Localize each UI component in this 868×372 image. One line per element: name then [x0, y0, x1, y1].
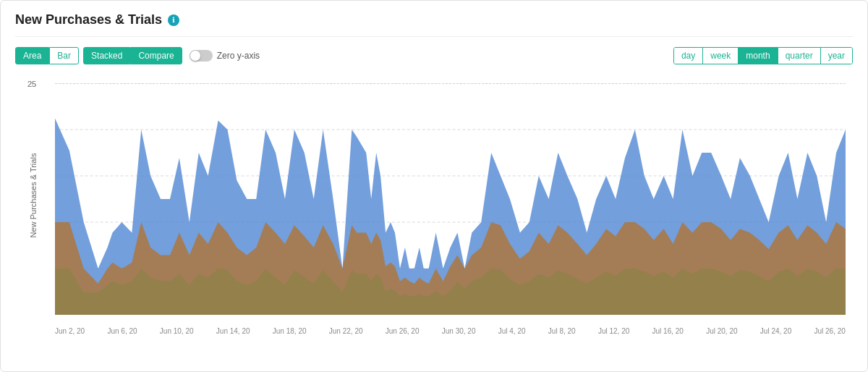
x-label-14: Jul 24, 20 [760, 327, 791, 335]
x-label-9: Jul 4, 20 [498, 327, 526, 335]
x-label-15: Jul 26, 20 [814, 327, 845, 335]
zero-yaxis-toggle[interactable] [190, 50, 213, 62]
chart-inner: 25 25 25 20 15 10 5 0 [55, 83, 846, 315]
chart-type-group: Area Bar [15, 47, 79, 64]
toggle-knob [190, 51, 200, 61]
month-button[interactable]: month [739, 48, 778, 64]
chart-svg: 25 20 15 10 5 0 [55, 83, 846, 315]
area-button[interactable]: Area [15, 47, 49, 64]
y-axis-label: New Purchases & Trials [29, 153, 38, 238]
x-label-6: Jun 22, 20 [329, 327, 363, 335]
y-axis-label-container: New Purchases & Trials [15, 76, 51, 315]
week-button[interactable]: week [703, 48, 739, 64]
quarter-button[interactable]: quarter [778, 48, 821, 64]
info-icon[interactable]: ℹ [168, 14, 179, 26]
stacking-group: Stacked Compare [83, 47, 182, 64]
x-label-13: Jul 20, 20 [706, 327, 737, 335]
x-label-8: Jun 30, 20 [442, 327, 476, 335]
card-header: New Purchases & Trials ℹ [15, 12, 853, 37]
zero-yaxis-label: Zero y-axis [217, 51, 260, 61]
card: New Purchases & Trials ℹ Area Bar Stacke… [0, 0, 868, 372]
x-label-10: Jul 8, 20 [548, 327, 576, 335]
compare-button[interactable]: Compare [130, 47, 182, 64]
day-button[interactable]: day [674, 48, 703, 64]
zero-yaxis-toggle-label[interactable]: Zero y-axis [190, 50, 260, 62]
x-label-7: Jun 26, 20 [386, 327, 420, 335]
x-label-12: Jul 16, 20 [652, 327, 684, 335]
year-button[interactable]: year [821, 48, 852, 64]
x-label-1: Jun 2, 20 [55, 327, 85, 335]
x-axis: Jun 2, 20 Jun 6, 20 Jun 10, 20 Jun 14, 2… [55, 327, 846, 335]
x-label-11: Jul 12, 20 [598, 327, 629, 335]
x-label-3: Jun 10, 20 [160, 327, 194, 335]
x-label-2: Jun 6, 20 [107, 327, 137, 335]
x-label-4: Jun 14, 20 [216, 327, 250, 335]
chart-container: New Purchases & Trials 25 25 25 20 15 10… [15, 76, 853, 344]
page-title: New Purchases & Trials [15, 12, 162, 28]
x-label-5: Jun 18, 20 [273, 327, 307, 335]
time-period-group: day week month quarter year [673, 47, 853, 64]
controls-bar: Area Bar Stacked Compare Zero y-axis day… [15, 47, 853, 64]
stacked-button[interactable]: Stacked [83, 47, 130, 64]
bar-button[interactable]: Bar [49, 47, 79, 64]
